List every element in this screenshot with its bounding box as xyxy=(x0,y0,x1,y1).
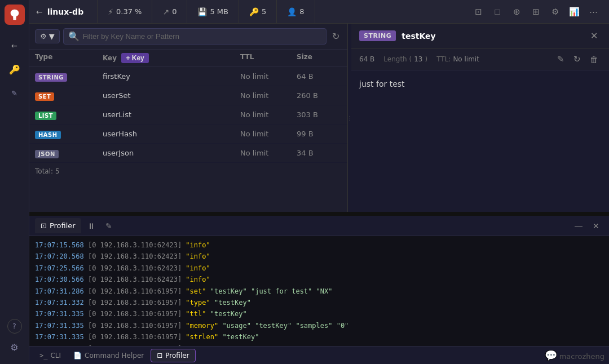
bottom-tab-controls: — ✕ xyxy=(571,220,603,232)
cli-label: CLI xyxy=(50,352,61,359)
profiler-cmd: "set" xyxy=(186,287,206,295)
sidebar-item-keys[interactable]: 🔑 xyxy=(5,59,25,79)
profiler-args: "testKey" "just for test" "NX" xyxy=(210,287,333,295)
stat-connections: ↗ 0 xyxy=(152,0,187,24)
stat-memory: 💾 5 MB xyxy=(187,0,239,24)
profiler-cmd: "info" xyxy=(186,252,210,260)
table-row[interactable]: HASH userHash No limit 99 B xyxy=(29,125,347,144)
filter-input-wrapper[interactable]: 🔍 xyxy=(63,28,326,45)
action-grid[interactable]: ⊞ xyxy=(527,3,545,21)
profiler-args: "testKey" xyxy=(214,299,251,307)
minimize-panel-button[interactable]: — xyxy=(571,220,586,232)
bottom-panel: ⊡ Profiler ⏸ ✎ — ✕ 17:07:15.568 [0 192.1… xyxy=(29,215,609,364)
action-chart[interactable]: ⚙ xyxy=(546,3,564,21)
table-row[interactable]: LIST userList No limit 303 B xyxy=(29,105,347,125)
memory-value: 5 MB xyxy=(210,7,228,16)
type-badge: JSON xyxy=(35,150,59,158)
length-close: ) xyxy=(425,55,428,63)
profiler-addr: [0 192.168.3.110:62423] xyxy=(88,252,182,260)
profiler-addr: [0 192.168.3.110:61957] xyxy=(88,287,182,295)
profiler-time: 17:07:15.568 xyxy=(35,241,84,249)
profiler-time: 17:07:20.568 xyxy=(35,252,84,260)
main-content: ← linux-db ⚡ 0.37 % ↗ 0 💾 5 MB 🔑 5 👤 8 xyxy=(29,0,609,364)
sidebar-item-help[interactable]: ? xyxy=(7,319,22,334)
profiler-pause-button[interactable]: ⏸ xyxy=(83,220,99,232)
profiler-time: 17:07:31.332 xyxy=(35,299,84,307)
db-title: linux-db xyxy=(47,7,83,16)
profiler-line: 17:07:31.335 [0 192.168.3.110:61957] "st… xyxy=(35,331,603,343)
table-row[interactable]: JSON userJson No limit 34 B xyxy=(29,144,347,163)
ttl-value: No limit xyxy=(240,91,297,100)
key-table: Type Key + Key TTL Size STRING firstKey … xyxy=(29,50,347,212)
profiler-addr: [0 192.168.3.110:62423] xyxy=(88,264,182,272)
titlebar: ← linux-db ⚡ 0.37 % ↗ 0 💾 5 MB 🔑 5 👤 8 xyxy=(29,0,609,24)
top-panel: ⚙ ▼ 🔍 ↻ Type Key + Key TT xyxy=(29,24,609,212)
command-helper-label: Command Helper xyxy=(85,352,144,359)
key-name: userHash xyxy=(103,130,240,138)
detail-type-badge: STRING xyxy=(359,30,396,41)
profiler-time: 17:07:31.335 xyxy=(35,322,84,330)
type-badge: HASH xyxy=(35,131,61,139)
profiler-time: 17:07:31.286 xyxy=(35,287,84,295)
profiler-clear-button[interactable]: ✎ xyxy=(102,220,116,232)
edit-value-button[interactable]: ✎ xyxy=(554,53,567,65)
table-row[interactable]: SET userSet No limit 260 B xyxy=(29,86,347,105)
app-logo[interactable] xyxy=(5,5,25,25)
memory-icon: 💾 xyxy=(197,7,207,16)
footer-tab-command-helper[interactable]: 📄 Command Helper xyxy=(68,349,149,362)
profiler-time: 17:07:30.566 xyxy=(35,276,84,283)
profiler-addr: [0 192.168.3.110:62423] xyxy=(88,276,182,283)
close-panel-button[interactable]: ✕ xyxy=(589,220,603,232)
profiler-cmd: "strlen" xyxy=(186,333,218,341)
ttl-value: No limit xyxy=(240,130,297,138)
sidebar-item-terminal[interactable]: ✎ xyxy=(5,83,25,103)
action-overflow[interactable]: ⋯ xyxy=(584,3,602,21)
sidebar-item-settings[interactable]: ⚙ xyxy=(5,337,25,357)
filter-input[interactable] xyxy=(83,32,321,41)
profiler-cmd: "info" xyxy=(186,264,210,272)
delete-value-button[interactable]: 🗑 xyxy=(587,53,601,65)
svg-rect-0 xyxy=(13,19,16,20)
action-more[interactable]: 📊 xyxy=(565,3,583,21)
footer-tab-cli[interactable]: >_ CLI xyxy=(34,349,67,362)
bottom-tabs: ⊡ Profiler ⏸ ✎ — ✕ xyxy=(29,216,609,236)
key-rows-container: STRING firstKey No limit 64 B SET userSe… xyxy=(29,67,347,163)
type-badge: SET xyxy=(35,92,54,101)
profiler-addr: [0 192.168.3.110:61957] xyxy=(88,310,182,318)
key-name: userJson xyxy=(103,149,240,157)
footer-profiler-icon: ⊡ xyxy=(157,352,162,359)
action-scan[interactable]: ⊡ xyxy=(469,3,487,21)
profiler-tab[interactable]: ⊡ Profiler xyxy=(35,218,81,233)
back-button[interactable]: ← xyxy=(36,7,43,16)
profiler-time: 17:07:31.335 xyxy=(35,310,84,318)
profiler-line: 17:07:25.566 [0 192.168.3.110:62423] "in… xyxy=(35,263,603,274)
length-value: 13 xyxy=(414,55,422,63)
profiler-addr: [0 192.168.3.110:62423] xyxy=(88,241,182,249)
key-list-toolbar: ⚙ ▼ 🔍 ↻ xyxy=(29,24,347,50)
key-name: firstKey xyxy=(103,72,240,81)
detail-content: just for test xyxy=(351,70,609,212)
ttl-value: No limit xyxy=(453,55,479,63)
profiler-content: 17:07:15.568 [0 192.168.3.110:62423] "in… xyxy=(29,236,609,346)
refresh-button[interactable]: ↻ xyxy=(330,29,342,44)
sidebar: ← 🔑 ✎ ? ⚙ xyxy=(0,0,29,364)
size-value: 34 B xyxy=(297,149,342,157)
footer-tab-profiler[interactable]: ⊡ Profiler xyxy=(151,349,195,362)
keys-icon: 🔑 xyxy=(249,7,259,16)
action-globe[interactable]: ⊕ xyxy=(508,3,526,21)
add-key-button[interactable]: + Key xyxy=(121,53,148,63)
search-icon: 🔍 xyxy=(68,31,80,42)
connections-icon: ↗ xyxy=(162,7,169,16)
ttl-label: TTL: xyxy=(436,55,451,63)
action-copy[interactable]: □ xyxy=(488,3,506,21)
detail-close-button[interactable]: ✕ xyxy=(587,29,601,42)
logo-icon xyxy=(8,8,21,21)
filter-dropdown[interactable]: ⚙ ▼ xyxy=(35,29,60,43)
detail-size: 64 B xyxy=(359,55,374,63)
table-row[interactable]: STRING firstKey No limit 64 B xyxy=(29,67,347,86)
clients-count: 8 xyxy=(299,7,304,16)
refresh-value-button[interactable]: ↻ xyxy=(571,53,584,65)
type-badge: LIST xyxy=(35,112,56,120)
size-value: 99 B xyxy=(297,130,342,138)
sidebar-item-back[interactable]: ← xyxy=(5,35,25,56)
